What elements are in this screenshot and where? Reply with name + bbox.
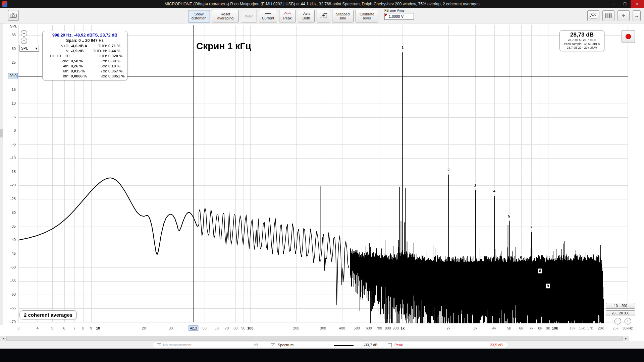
x-tick-label: 80 (233, 326, 237, 330)
no-measurement-checkbox[interactable]: ✓ (157, 343, 161, 347)
fs-sine-value: 1,0000 V (389, 14, 404, 18)
distortion-value: -3,9 dB (71, 49, 88, 53)
show-distortion-button[interactable]: Show distortion (188, 10, 210, 22)
x-tick-label: 300 (320, 326, 326, 330)
span-readout: Span: 0 .. 20 947 Hz (45, 38, 125, 43)
distortion-label: 7th: (88, 69, 108, 73)
x-zoom-in-button[interactable]: + (625, 318, 631, 324)
window-controls: ─ ❐ ✕ (608, 0, 644, 8)
zoom-in-button[interactable]: + (21, 30, 27, 37)
stepped-sine-label: Stepped sine (334, 12, 352, 20)
distortion-value: 0,26 % (71, 64, 88, 68)
spectrum-label: Spectrum (278, 343, 293, 347)
signal-route-icon (319, 13, 327, 19)
x-tick-label: 200 (293, 326, 299, 330)
spectrogram-icon (605, 13, 612, 18)
spectrum-checkbox[interactable]: ✓ (271, 343, 275, 347)
peak-level: 23,5 dB (490, 343, 503, 347)
x-tick-label: 90 (241, 326, 245, 330)
wav-button: WAV (241, 10, 257, 22)
window-title: MICROPHONE (Общая громкость) R on Микроф… (0, 0, 644, 8)
x-tick-label: 10 (96, 326, 100, 330)
desktop-band (0, 349, 644, 362)
distortion-label: 9th: (88, 74, 108, 78)
waveform-display-icon (590, 13, 597, 18)
peak-checkbox[interactable] (388, 343, 392, 347)
x-zoom-out-button[interactable]: − (614, 318, 621, 324)
fs-sine-label: FS sine Vrms (384, 9, 417, 12)
range-10-200-button[interactable]: 10 .. 200 (606, 303, 635, 309)
calibrate-level-button[interactable]: Calibrate level (356, 10, 378, 22)
averages-badge: 2 coherent averages (19, 310, 77, 319)
screenshot-button[interactable] (8, 10, 19, 21)
x-tick-label: 400 (339, 326, 345, 330)
level-line-3: 28,7 dB 22 - 22k UNW (561, 46, 603, 50)
x-tick-label: 60 (215, 326, 219, 330)
range-20-20000-button[interactable]: 20 .. 20 000 (606, 310, 635, 316)
spectrogram-button[interactable] (602, 10, 614, 21)
distortion-value: 2,44 % (108, 49, 125, 53)
level-big-value: 28,73 dB (561, 32, 603, 38)
frequency-cursor-readout[interactable]: 42,3 (189, 325, 198, 331)
distortion-label: 8th: (45, 74, 71, 78)
minimize-button[interactable]: ─ (608, 0, 619, 8)
peak-trace-icon (284, 12, 291, 15)
current-trace-button[interactable]: Current (259, 10, 277, 22)
x-tick-label: 1k (400, 326, 405, 330)
distortion-value: 0,0086 % (71, 74, 88, 78)
x-tick-label: 6 (63, 326, 65, 330)
statusbar: ✓ No measurement dB ✓ Spectrum -33,7 dB … (0, 341, 644, 349)
resize-horizontal-button[interactable]: ↔ (633, 10, 641, 21)
zoom-out-button[interactable]: − (21, 38, 27, 44)
x-tick-label: 8k (538, 326, 542, 330)
x-tick-label: 9k (546, 326, 550, 330)
red-flag-icon (385, 14, 388, 16)
record-icon (626, 34, 631, 39)
waveform-display-button[interactable] (587, 10, 599, 21)
distortion-value: -4,6 dB A (71, 44, 88, 48)
x-tick-label: 800 (385, 326, 391, 330)
x-tick-label: 10k (552, 326, 558, 330)
x-tick-label: 5 (51, 326, 53, 330)
x-tick-label: 600 (366, 326, 372, 330)
peak-trace-button[interactable]: Peak (279, 10, 296, 22)
signal-route-button[interactable] (317, 10, 330, 22)
chart-title: Скрин 1 кГц (196, 41, 251, 52)
horizontal-scrollbar[interactable]: ◄ ► (0, 336, 629, 341)
distortion-value: 0,30 % (108, 59, 125, 63)
x-tick-label: 2k (446, 326, 450, 330)
pan-button[interactable]: ✛ (618, 10, 630, 21)
record-button[interactable] (622, 30, 635, 43)
reset-averaging-button[interactable]: Reset averaging (212, 10, 239, 22)
scroll-right-button[interactable]: ► (623, 336, 629, 341)
x-tick-label: 15k (579, 326, 585, 330)
fs-sine-input[interactable]: 1,0000 V (384, 13, 414, 20)
x-tick-label: 6k (519, 326, 523, 330)
vertical-scrollbar-thumb[interactable] (0, 129, 3, 137)
distortion-label: N: (45, 49, 71, 53)
x-tick-label: 13k (569, 326, 575, 330)
close-button[interactable]: ✕ (631, 0, 644, 8)
both-traces-button[interactable]: Both (298, 10, 315, 22)
level-cursor-readout[interactable]: 20,0 (8, 73, 18, 78)
vertical-scrollbar[interactable] (0, 23, 3, 325)
distortion-label: 3rd: (88, 59, 108, 63)
stepped-sine-button[interactable]: Stepped sine (332, 10, 354, 22)
both-traces-icon (303, 12, 310, 15)
current-trace-icon (265, 12, 271, 15)
distortion-value: 0,015 % (71, 69, 88, 73)
distortion-value: 0,020 % (108, 54, 125, 58)
distortion-value: 0,057 % (108, 69, 125, 73)
maximize-button[interactable]: ❐ (619, 0, 631, 8)
x-tick-label: 3k (473, 326, 477, 330)
axis-mode-select[interactable]: SPL ▾ (19, 45, 39, 52)
x-tick-label: 70 (225, 326, 229, 330)
show-distortion-label: Show distortion (190, 12, 208, 20)
x-tick-label: 4k (492, 326, 496, 330)
level-line-1: 28,7 dB C, 28,7 dB A (561, 38, 603, 42)
distortion-label: THD+N: (88, 49, 108, 53)
x-tick-label: 20 (142, 326, 146, 330)
scroll-left-button[interactable]: ◄ (0, 336, 6, 341)
x-tick-label: 5k (507, 326, 511, 330)
horizontal-scrollbar-thumb[interactable] (6, 337, 623, 341)
